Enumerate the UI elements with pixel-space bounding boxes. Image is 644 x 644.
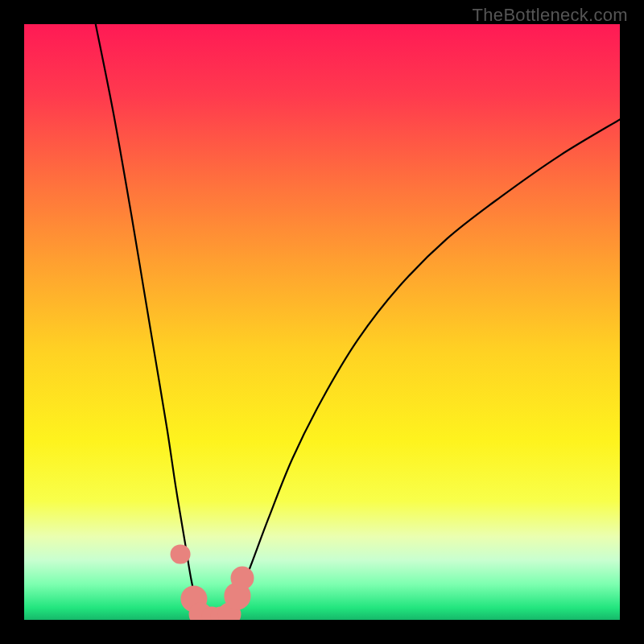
plot-area [24, 24, 620, 620]
chart-frame: TheBottleneck.com [0, 0, 644, 644]
watermark-text: TheBottleneck.com [473, 5, 628, 26]
data-marker [170, 544, 190, 564]
curve-layer [24, 24, 620, 620]
bottleneck-curve [96, 24, 620, 620]
data-marker [230, 567, 254, 590]
